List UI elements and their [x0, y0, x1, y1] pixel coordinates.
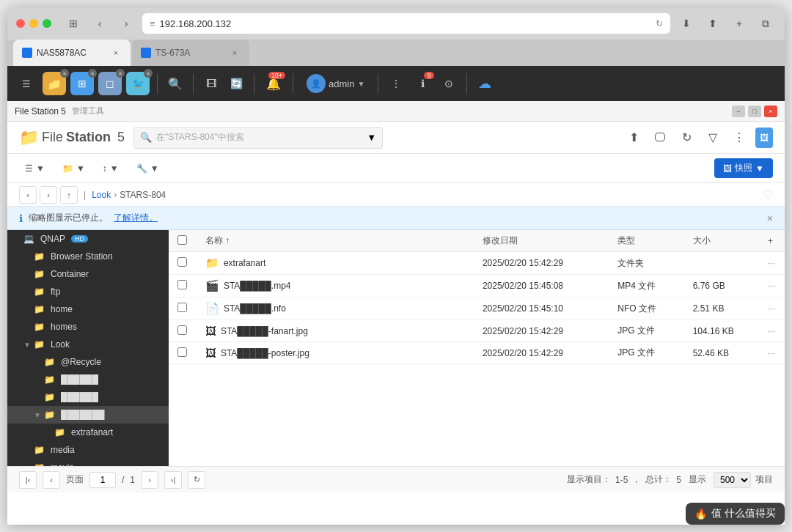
more-options-btn[interactable]: ⋮	[386, 73, 406, 94]
sidebar-item-look[interactable]: ▼ 📁 Look	[7, 336, 169, 353]
refresh-page-btn[interactable]: ↻	[188, 471, 205, 489]
tab-close-2[interactable]: ×	[229, 47, 241, 59]
address-bar[interactable]: ≡ 192.168.200.132 ↻	[142, 13, 670, 34]
back-button[interactable]: ‹	[89, 13, 110, 34]
minimize-button[interactable]	[29, 19, 38, 28]
list-view-btn[interactable]: ☰▼	[19, 160, 51, 177]
sidebar-item-stars804[interactable]: ▼ 📁 ███████	[7, 406, 169, 424]
favorite-icon[interactable]: ♡	[763, 188, 773, 202]
sidebar-item-ftp[interactable]: 📁 ftp	[7, 283, 169, 300]
notification-bell[interactable]: 🔔 10+	[262, 72, 285, 95]
size-column-header[interactable]: 大小	[684, 230, 759, 252]
forward-button[interactable]: ›	[116, 13, 136, 34]
sidebar-item-extrafanart[interactable]: 📁 extrafanart	[7, 424, 169, 441]
sort-btn[interactable]: ↕▼	[97, 160, 125, 177]
create-btn[interactable]: 📁▼	[56, 160, 91, 177]
file-manager-app-btn[interactable]: 📁 ×	[43, 72, 66, 95]
sidebar-item-qnap-root[interactable]: 💻 QNAP HD	[7, 230, 169, 248]
row-checkbox-1[interactable]	[169, 252, 197, 275]
row-checkbox-4[interactable]	[169, 320, 197, 342]
app-close-2[interactable]: ×	[88, 69, 97, 78]
refresh-btn[interactable]: ↻	[676, 128, 697, 148]
info-btn[interactable]: ℹ 9	[411, 72, 434, 95]
upload-btn[interactable]: ⬆	[623, 128, 644, 148]
breadcrumb-back[interactable]: ‹	[19, 186, 37, 204]
sidebar-item-sub2[interactable]: 📁 ██████	[7, 388, 169, 406]
table-row[interactable]: 🎬 STA█████.mp4 2025/02/20 15:45:08 MP4 文…	[169, 275, 785, 298]
sidebar-item-homes[interactable]: 📁 homes	[7, 318, 169, 336]
table-row[interactable]: 🖼 STA█████-fanart.jpg 2025/02/20 15:42:2…	[169, 320, 785, 342]
row-more-3[interactable]: ···	[759, 298, 785, 320]
share-icon[interactable]: ⬆	[703, 13, 723, 34]
table-row[interactable]: 📄 STA█████.nfo 2025/02/20 15:45:10 NFO 文…	[169, 298, 785, 320]
close-button[interactable]	[16, 19, 25, 28]
type-column-header[interactable]: 类型	[609, 230, 683, 252]
download-icon[interactable]: ⬇	[676, 13, 697, 34]
row-more-5[interactable]: ···	[759, 342, 785, 364]
sidebar-item-browser-station[interactable]: 📁 Browser Station	[7, 248, 169, 265]
row-more-4[interactable]: ···	[759, 320, 785, 342]
photo-view-btn[interactable]: 🖼	[755, 128, 773, 148]
sidebar-item-recycle1[interactable]: 📁 @Recycle	[7, 353, 169, 371]
search-app-btn[interactable]: 🔍	[165, 73, 186, 94]
checkbox-3[interactable]	[177, 303, 187, 312]
prev-page-btn[interactable]: ‹	[43, 471, 60, 489]
notice-link[interactable]: 了解详情。	[114, 212, 158, 224]
row-checkbox-5[interactable]	[169, 342, 197, 364]
checkbox-4[interactable]	[177, 325, 187, 335]
select-all-checkbox[interactable]	[177, 235, 187, 245]
row-checkbox-3[interactable]	[169, 298, 197, 320]
breadcrumb-forward[interactable]: ›	[40, 186, 57, 204]
table-row[interactable]: 📁 extrafanart 2025/02/20 15:42:29 文件夹 ··…	[169, 252, 785, 275]
row-checkbox-2[interactable]	[169, 275, 197, 298]
fs-search-box[interactable]: 🔍 在"STARS-804"中搜索 ▼	[133, 127, 383, 149]
checkbox-5[interactable]	[177, 347, 187, 357]
checkbox-2[interactable]	[177, 280, 187, 289]
user-menu[interactable]: 👤 admin ▼	[301, 71, 370, 96]
tools-btn[interactable]: 🔧▼	[131, 160, 165, 177]
cloud-btn[interactable]: ☁	[474, 73, 495, 94]
row-more-1[interactable]: ···	[759, 252, 785, 275]
maximize-button[interactable]	[43, 19, 51, 28]
sidebar-item-sub1[interactable]: 📁 ██████	[7, 371, 169, 388]
sidebar-item-movie[interactable]: ▼ 📁 movie	[7, 459, 169, 466]
tab-ts673a[interactable]: TS-673A ×	[132, 40, 249, 66]
quick-snapshot-btn[interactable]: 🖼 快照▼	[714, 158, 773, 178]
tab-nas5878ac[interactable]: NAS5878AC ×	[13, 40, 131, 66]
tab-grid-button[interactable]: ⊞	[63, 13, 84, 34]
app-close-3[interactable]: ×	[116, 69, 125, 78]
app-close-1[interactable]: ×	[60, 69, 69, 78]
app-close-4[interactable]: ×	[144, 69, 153, 78]
activity-btn[interactable]: ⊙	[439, 73, 459, 94]
fs-close-btn[interactable]: ×	[764, 106, 777, 117]
breadcrumb-parent[interactable]: Look	[92, 190, 111, 200]
next-page-btn[interactable]: ›	[141, 471, 158, 489]
last-page-btn[interactable]: ›|	[164, 471, 182, 489]
copy-tab-icon[interactable]: ⧉	[755, 13, 776, 34]
select-all-header[interactable]	[169, 230, 197, 252]
filter-btn[interactable]: ▽	[703, 128, 723, 148]
fs-restore-btn[interactable]: □	[748, 106, 761, 117]
web-app-btn[interactable]: ◻ ×	[98, 72, 122, 95]
date-column-header[interactable]: 修改日期	[474, 230, 609, 252]
new-tab-icon[interactable]: +	[729, 13, 749, 34]
sidebar-item-media[interactable]: 📁 media	[7, 441, 169, 459]
sync-btn[interactable]: 🔄	[226, 73, 246, 94]
checkbox-1[interactable]	[177, 257, 187, 267]
fs-minimize-btn[interactable]: −	[732, 106, 745, 117]
first-page-btn[interactable]: |‹	[19, 471, 37, 489]
page-input[interactable]	[89, 472, 116, 488]
grid-app-btn[interactable]: ⊞ ×	[70, 72, 94, 95]
name-column-header[interactable]: 名称 ↑	[197, 230, 474, 252]
more-btn[interactable]: ⋮	[729, 128, 749, 148]
per-page-select[interactable]: 500 100	[714, 472, 751, 488]
sidebar-item-container[interactable]: 📁 Container	[7, 265, 169, 283]
row-more-2[interactable]: ···	[759, 275, 785, 298]
media-btn[interactable]: 🎞	[201, 73, 221, 94]
breadcrumb-up[interactable]: ↑	[60, 186, 78, 204]
tab-close-1[interactable]: ×	[110, 47, 122, 59]
sidebar-item-home[interactable]: 📁 home	[7, 300, 169, 318]
hamburger-button[interactable]: ☰	[15, 72, 38, 95]
share-btn[interactable]: 🖵	[650, 128, 670, 148]
notice-close-btn[interactable]: ×	[767, 213, 773, 224]
